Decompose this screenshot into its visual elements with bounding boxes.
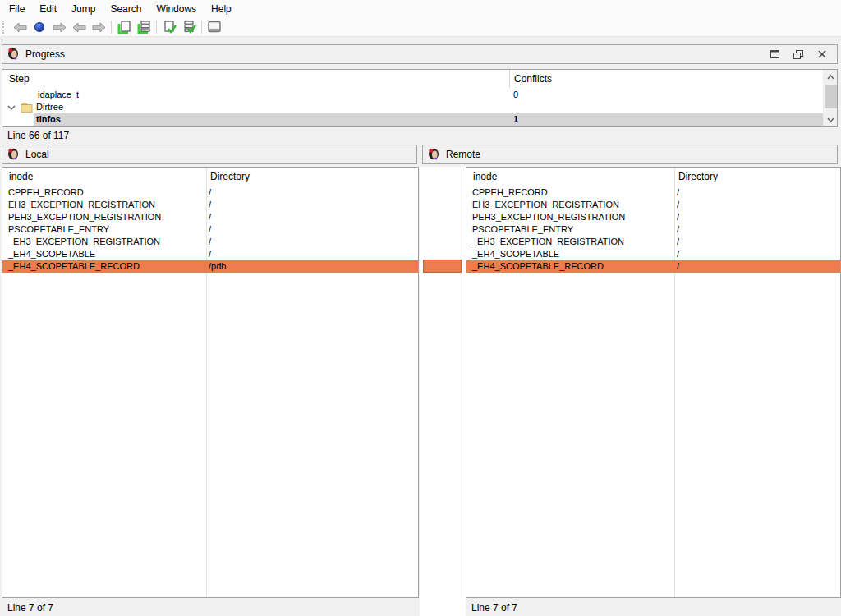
directory-cell: / [209, 223, 211, 236]
table-row[interactable]: EH3_EXCEPTION_REGISTRATION / [466, 199, 840, 211]
scrollbar-thumb[interactable] [825, 85, 837, 108]
scroll-down-icon[interactable] [824, 113, 838, 126]
directory-cell: / [677, 211, 679, 223]
menu-item[interactable]: Help [204, 1, 239, 17]
ida-icon [427, 148, 440, 161]
directory-cell: / [209, 236, 211, 248]
table-row[interactable]: EH3_EXCEPTION_REGISTRATION / [2, 199, 418, 211]
ida-icon [7, 48, 20, 61]
directory-cell: /pdb [209, 260, 226, 273]
inode-cell: PEH3_EXCEPTION_REGISTRATION [8, 211, 161, 223]
jump-forward-icon[interactable] [89, 19, 108, 36]
local-table-header: inode Directory [2, 168, 418, 186]
inode-cell: _EH4_SCOPETABLE_RECORD [8, 260, 140, 273]
column-header-directory[interactable]: Directory [678, 171, 718, 182]
tree-row-dirtree[interactable]: Dirtree [2, 101, 823, 113]
inode-cell: CPPEH_RECORD [8, 186, 84, 199]
toolbar-grip[interactable] [2, 21, 7, 34]
file-check-icon[interactable] [159, 19, 179, 36]
conflict-value: 0 [513, 89, 518, 101]
remote-title-bar[interactable]: Remote [422, 145, 838, 164]
toolbar-separator [111, 21, 112, 34]
remote-rows: CPPEH_RECORD / EH3_EXCEPTION_REGISTRATIO… [466, 186, 840, 273]
directory-cell: / [677, 186, 679, 199]
table-row[interactable]: _EH3_EXCEPTION_REGISTRATION / [2, 236, 418, 248]
navigate-back-icon[interactable] [10, 19, 30, 36]
remote-table: inode Directory CPPEH_RECORD / EH3_EXCEP… [466, 167, 841, 598]
table-row[interactable]: _EH4_SCOPETABLE_RECORD / [466, 260, 840, 273]
table-row[interactable]: _EH4_SCOPETABLE / [2, 248, 418, 260]
table-row[interactable]: _EH4_SCOPETABLE / [466, 248, 840, 260]
column-header-inode[interactable]: inode [9, 171, 33, 182]
close-icon[interactable] [816, 48, 829, 61]
table-row[interactable]: _EH3_EXCEPTION_REGISTRATION / [466, 236, 840, 248]
directory-cell: / [209, 186, 211, 199]
progress-table: Step Conflicts idaplace_t 0 Dirtree tinf… [2, 69, 838, 127]
tree-row-label: idaplace_t [38, 89, 79, 101]
menu-item[interactable]: Jump [64, 1, 103, 17]
table-row[interactable]: _EH4_SCOPETABLE_RECORD /pdb [2, 260, 418, 273]
menu-item[interactable]: Search [103, 1, 149, 17]
database-check-icon[interactable] [179, 19, 199, 36]
inode-cell: PEH3_EXCEPTION_REGISTRATION [472, 211, 625, 223]
open-database-icon[interactable] [134, 19, 154, 36]
directory-cell: / [209, 248, 211, 260]
progress-title-bar[interactable]: Progress [2, 44, 838, 64]
remote-title: Remote [446, 149, 480, 160]
current-position-icon[interactable] [30, 19, 49, 36]
tree-row-label: tinfos [36, 113, 61, 126]
inode-cell: _EH3_EXCEPTION_REGISTRATION [8, 236, 160, 248]
folder-icon [21, 102, 33, 113]
remote-status: Line 7 of 7 [466, 600, 839, 616]
table-row[interactable]: PSCOPETABLE_ENTRY / [466, 223, 840, 236]
local-title-bar[interactable]: Local [2, 145, 417, 164]
directory-cell: / [677, 260, 679, 273]
inode-cell: _EH3_EXCEPTION_REGISTRATION [472, 236, 624, 248]
inode-cell: EH3_EXCEPTION_REGISTRATION [8, 199, 155, 211]
ida-icon [7, 148, 20, 161]
column-divider[interactable] [509, 70, 510, 88]
inode-cell: CPPEH_RECORD [472, 186, 548, 199]
table-row[interactable]: CPPEH_RECORD / [466, 186, 840, 199]
screen-icon[interactable] [205, 19, 224, 36]
tree-row-idaplace[interactable]: idaplace_t 0 [2, 89, 823, 101]
directory-cell: / [677, 223, 679, 236]
local-rows: CPPEH_RECORD / EH3_EXCEPTION_REGISTRATIO… [2, 186, 418, 273]
inode-cell: _EH4_SCOPETABLE [472, 248, 559, 260]
inode-cell: EH3_EXCEPTION_REGISTRATION [472, 199, 619, 211]
scroll-up-icon[interactable] [824, 70, 838, 84]
jump-back-icon[interactable] [69, 19, 89, 36]
column-header-conflicts[interactable]: Conflicts [514, 73, 552, 85]
progress-status: Line 66 of 117 [2, 128, 838, 144]
table-row[interactable]: PSCOPETABLE_ENTRY / [2, 223, 418, 236]
menu-item[interactable]: File [2, 1, 32, 17]
chevron-down-icon[interactable] [7, 105, 16, 110]
directory-cell: / [677, 199, 679, 211]
toolbar-separator [156, 21, 157, 34]
inode-cell: PSCOPETABLE_ENTRY [8, 223, 109, 236]
local-title: Local [25, 149, 49, 160]
table-row[interactable]: PEH3_EXCEPTION_REGISTRATION / [2, 211, 418, 223]
menu-item[interactable]: Windows [149, 1, 204, 17]
toolbar-separator [201, 21, 202, 34]
directory-cell: / [209, 211, 211, 223]
directory-cell: / [677, 236, 679, 248]
maximize-button[interactable] [768, 48, 781, 61]
table-row[interactable]: PEH3_EXCEPTION_REGISTRATION / [466, 211, 840, 223]
inode-cell: PSCOPETABLE_ENTRY [472, 223, 573, 236]
tree-row-tinfos[interactable]: tinfos 1 [2, 113, 823, 126]
table-row[interactable]: CPPEH_RECORD / [2, 186, 418, 199]
vertical-scrollbar[interactable] [823, 70, 837, 126]
open-file-icon[interactable] [114, 19, 134, 36]
menu-bar: File Edit Jump Search Windows Help [0, 0, 841, 18]
column-header-directory[interactable]: Directory [210, 171, 250, 182]
merge-selection-marker[interactable] [423, 260, 462, 273]
navigate-forward-icon[interactable] [49, 19, 69, 36]
tree-row-label: Dirtree [36, 101, 63, 113]
column-header-inode[interactable]: inode [473, 171, 497, 182]
local-status: Line 7 of 7 [2, 600, 419, 616]
menu-item[interactable]: Edit [32, 1, 64, 17]
inode-cell: _EH4_SCOPETABLE [8, 248, 95, 260]
column-header-step[interactable]: Step [9, 73, 30, 85]
restore-button[interactable] [792, 48, 805, 61]
